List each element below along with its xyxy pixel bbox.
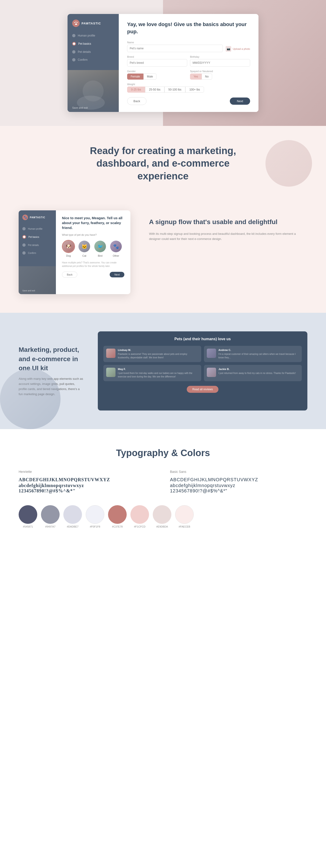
form-title: Yay, we love dogs! Give us the basics ab… xyxy=(127,21,250,35)
svg-point-1 xyxy=(83,81,103,101)
multiple-pets-note: Have multiple pets? That's awesome. You … xyxy=(62,261,124,268)
color-hex-5: #C37E78 xyxy=(112,525,123,528)
weight-25-50-btn[interactable]: 25-50 lbs xyxy=(145,87,165,93)
reviews-section-title: Pets (and their humans) love us xyxy=(103,337,302,341)
color-circle-1 xyxy=(19,505,37,524)
save-exit-link[interactable]: Save and exit xyxy=(72,106,88,109)
font-1-display: ABCDEFGHIJKLMNOPQRSTUVWXYZ abcdefghijklm… xyxy=(19,476,156,494)
typography-section: Typography & Colors Henriette ABCDEFGHIJ… xyxy=(0,429,326,547)
signup-info-panel: A signup flow that's usable and delightf… xyxy=(149,210,307,241)
font-basic-block: Basic Sans ABCDEFGHIJKLMNOPQRSTUVWXYZ ab… xyxy=(170,470,307,494)
color-swatch-9497a7: #9497A7 xyxy=(41,505,60,528)
sidebar-pet-image xyxy=(67,70,119,112)
signup-save-link[interactable]: Save and exit xyxy=(22,289,35,292)
name-row: Name 📷 Upload a photo xyxy=(127,41,250,52)
color-hex-6: #F1CFCD xyxy=(134,525,146,528)
review-content-4: Jackie B. I just returned from away to f… xyxy=(218,368,296,378)
font-henriette-block: Henriette ABCDEFGHIJKLMNOPQRSTUVWXYZ abc… xyxy=(19,470,156,494)
pet-type-dog[interactable]: 🐶 Dog xyxy=(62,240,75,257)
reviewer-avatar-4 xyxy=(207,368,216,377)
pet-type-question: What type of pet do you have? xyxy=(62,234,124,236)
pet-type-bird[interactable]: 🐦 Bird xyxy=(94,240,107,257)
birthday-input[interactable] xyxy=(190,59,250,67)
next-button[interactable]: Next xyxy=(230,97,250,105)
color-swatches: #545871 #9497A7 #DADBE7 #F0F1F8 #C37E78 … xyxy=(19,505,307,528)
other-icon: 🐾 xyxy=(110,241,122,252)
font-1-numbers: 1234567890!?@#$%^&*" xyxy=(19,488,156,494)
signup-brand: PAWTASTIC xyxy=(30,216,45,219)
gender-female-btn[interactable]: Female xyxy=(127,73,143,80)
color-hex-7: #E9DBDA xyxy=(156,525,168,528)
color-hex-4: #F0F1F8 xyxy=(90,525,100,528)
color-swatch-e9dbda: #E9DBDA xyxy=(153,505,171,528)
birthday-label: Birthday xyxy=(190,55,250,58)
pet-type-other[interactable]: 🐾 Other xyxy=(110,240,122,257)
read-all-reviews-btn[interactable]: Read all reviews xyxy=(187,386,218,393)
color-circle-6 xyxy=(130,505,149,524)
signup-app-wrapper: 🐾 PAWTASTIC Human profile Pet basics Pet xyxy=(19,210,130,294)
cat-avatar: 🐱 xyxy=(78,240,91,253)
signup-back-btn[interactable]: Back xyxy=(62,272,77,278)
dog-avatar: 🐶 xyxy=(62,240,75,253)
color-hex-2: #9497A7 xyxy=(45,525,55,528)
color-circle-3 xyxy=(63,505,82,524)
review-card-4: Jackie B. I just returned from away to f… xyxy=(204,365,302,381)
reviewer-avatar-3 xyxy=(106,368,116,377)
weight-50-100-btn[interactable]: 50-100 lbs xyxy=(165,87,185,93)
dashboard-title: Marketing, product, and e-commerce in on… xyxy=(19,345,84,373)
color-circle-4 xyxy=(86,505,104,524)
reviewer-avatar-1 xyxy=(106,349,116,358)
pet-name-input[interactable] xyxy=(127,45,223,52)
bird-icon: 🐦 xyxy=(94,241,106,252)
color-circle-2 xyxy=(41,505,60,524)
signup-step-human: Human profile xyxy=(22,227,52,230)
review-text-2: I'm a repeat customer of their amazing c… xyxy=(218,352,299,359)
pet-type-cat[interactable]: 🐱 Cat xyxy=(78,240,91,257)
signup-dot-confirm xyxy=(22,251,26,255)
step-dot-pet-details xyxy=(72,50,76,54)
signup-form-title: Nice to meet you, Meagan. Tell us all ab… xyxy=(62,216,124,230)
signup-next-btn[interactable]: Next xyxy=(110,272,124,277)
color-swatch-dadbe7: #DADBE7 xyxy=(63,505,82,528)
color-swatch-f0f1f8: #F0F1F8 xyxy=(86,505,104,528)
spayed-label: Spayed or Neutered xyxy=(190,70,250,72)
reviewer-name-4: Jackie B. xyxy=(218,368,296,370)
step-pet-basics: Pet basics xyxy=(72,42,114,45)
breed-input[interactable] xyxy=(127,59,187,67)
review-text-3: I just loved them for mid-day walks and … xyxy=(118,371,198,378)
signup-dot-pet-basics xyxy=(22,235,26,239)
form-actions: Back Next xyxy=(127,97,250,105)
marketing-decoration xyxy=(265,140,312,187)
app-window: PAWTASTIC Human profile Pet basics Pet d… xyxy=(67,14,259,112)
typography-grid: Henriette ABCDEFGHIJKLMNOPQRSTUVWXYZ abc… xyxy=(19,470,307,494)
upload-photo-btn[interactable]: 📷 Upload a photo xyxy=(226,46,250,52)
font-1-name: Henriette xyxy=(19,470,156,473)
weight-0-25-btn[interactable]: 0-25 lbs xyxy=(127,87,145,93)
step-dot-human xyxy=(72,34,76,37)
review-content-2: Andrew C. I'm a repeat customer of their… xyxy=(218,349,299,359)
signup-section: 🐾 PAWTASTIC Human profile Pet basics Pet xyxy=(0,201,326,313)
signup-dot-pet-details xyxy=(22,243,26,247)
pet-type-selector: 🐶 Dog 🐱 Cat 🐦 Bird xyxy=(62,240,124,257)
gender-male-btn[interactable]: Male xyxy=(143,73,156,80)
step-dot-pet-basics xyxy=(72,42,76,45)
step-confirm: Confirm xyxy=(72,58,114,61)
font-2-uppercase: ABCDEFGHIJKLMNOPQRSTUVWXYZ xyxy=(170,476,307,483)
gender-spayed-row: Gender Female Male Spayed or Neutered Ye… xyxy=(127,70,250,80)
spayed-no-btn[interactable]: No xyxy=(202,73,212,80)
signup-dot-human xyxy=(22,227,26,230)
signup-step-list: Human profile Pet basics Pet details Con… xyxy=(22,227,52,255)
reviewer-name-2: Andrew C. xyxy=(218,349,299,351)
dog-icon: 🐶 xyxy=(63,241,74,252)
bird-label: Bird xyxy=(98,254,102,257)
breed-birthday-row: Breed Birthday xyxy=(127,55,250,67)
spayed-yes-btn[interactable]: Yes xyxy=(190,73,202,80)
font-2-numbers: 1234567890!?@#$%^&*" xyxy=(170,488,307,494)
back-button[interactable]: Back xyxy=(127,97,146,105)
review-card-3: Meg F. I just loved them for mid-day wal… xyxy=(103,365,201,381)
color-swatch-545871: #545871 xyxy=(19,505,37,528)
step-human: Human profile xyxy=(72,34,114,37)
cat-label: Cat xyxy=(82,254,86,257)
weight-100-btn[interactable]: 100+ lbs xyxy=(185,87,204,93)
review-card-2: Andrew C. I'm a repeat customer of their… xyxy=(204,346,302,362)
